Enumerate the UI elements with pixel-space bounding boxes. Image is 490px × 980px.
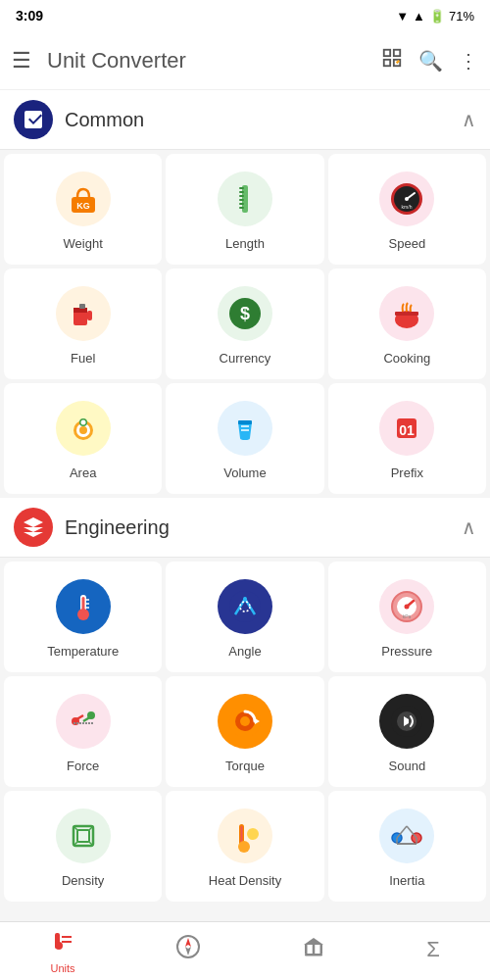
wifi-icon: ▼ — [396, 9, 409, 24]
prefix-item[interactable]: 01 Prefix — [328, 383, 486, 494]
svg-text:KG: KG — [76, 201, 90, 211]
svg-text:kPa: kPa — [403, 613, 412, 619]
svg-rect-9 — [239, 195, 244, 197]
angle-item[interactable]: Angle — [166, 562, 323, 672]
torque-item[interactable]: Torque — [166, 676, 323, 787]
inertia-item[interactable]: Inertia — [328, 791, 486, 902]
content-area: Common ∧ KG Weight — [0, 90, 490, 921]
menu-button[interactable]: ☰ — [12, 48, 31, 74]
cooking-item[interactable]: Cooking — [328, 269, 486, 379]
svg-point-29 — [80, 420, 85, 425]
svg-point-15 — [405, 197, 409, 201]
nav-compass[interactable] — [175, 934, 201, 968]
svg-marker-81 — [185, 938, 191, 947]
common-section-header[interactable]: Common ∧ — [0, 90, 490, 150]
cooking-icon — [379, 286, 434, 341]
angle-icon — [218, 579, 272, 634]
svg-rect-1 — [394, 50, 400, 56]
speed-label: Speed — [389, 236, 426, 251]
status-icons: ▼ ▲ 🔋 71% — [396, 9, 474, 24]
search-icon[interactable]: 🔍 — [418, 49, 443, 73]
svg-rect-19 — [87, 311, 92, 320]
common-grid: KG Weight Length — [0, 150, 490, 498]
torque-label: Torque — [225, 759, 265, 773]
speed-icon: km/h — [379, 172, 434, 226]
fuel-label: Fuel — [71, 351, 95, 366]
heat-density-label: Heat Density — [209, 873, 281, 888]
inertia-icon — [379, 808, 434, 863]
volume-icon — [218, 401, 272, 456]
sound-item[interactable]: Sound — [328, 676, 486, 787]
cooking-label: Cooking — [383, 351, 430, 366]
svg-point-77 — [55, 942, 63, 950]
nav-units[interactable]: Units — [50, 928, 75, 974]
torque-icon — [218, 694, 272, 749]
length-item[interactable]: Length — [166, 154, 323, 265]
status-bar: 3:09 ▼ ▲ 🔋 71% — [0, 0, 490, 31]
area-icon — [56, 401, 111, 456]
fuel-item[interactable]: Fuel — [4, 269, 162, 379]
force-icon — [56, 694, 111, 749]
battery-percent: 71% — [449, 9, 474, 24]
weight-icon: KG — [56, 172, 111, 226]
fuel-icon — [56, 286, 111, 341]
density-icon — [56, 808, 111, 863]
sigma-icon: Σ — [426, 937, 440, 962]
nav-bank[interactable] — [301, 934, 326, 968]
pressure-item[interactable]: kPa Pressure — [328, 562, 486, 672]
svg-point-27 — [79, 426, 87, 434]
svg-point-67 — [238, 841, 250, 853]
force-item[interactable]: Force — [4, 676, 162, 787]
currency-label: Currency — [220, 351, 271, 366]
force-label: Force — [67, 759, 99, 773]
heat-density-item[interactable]: Heat Density — [166, 791, 323, 902]
length-icon — [218, 172, 272, 226]
units-icon — [50, 928, 75, 959]
speed-item[interactable]: km/h Speed — [328, 154, 486, 265]
area-item[interactable]: Area — [4, 383, 162, 494]
inertia-label: Inertia — [389, 873, 424, 888]
weight-label: Weight — [64, 236, 103, 251]
svg-rect-83 — [305, 954, 322, 956]
density-item[interactable]: Density — [4, 791, 162, 902]
more-options-icon[interactable]: ⋮ — [459, 49, 478, 73]
currency-icon: $ — [218, 286, 272, 341]
svg-rect-0 — [384, 50, 390, 56]
units-label: Units — [51, 962, 75, 974]
grid-favorites-icon[interactable] — [381, 47, 403, 74]
engineering-chevron-icon[interactable]: ∧ — [462, 515, 476, 539]
svg-text:km/h: km/h — [402, 204, 413, 210]
svg-rect-20 — [79, 304, 85, 309]
nav-sigma[interactable]: Σ — [426, 937, 440, 965]
volume-label: Volume — [223, 466, 266, 480]
status-time: 3:09 — [16, 8, 43, 24]
common-section-icon — [14, 100, 53, 139]
weight-item[interactable]: KG Weight — [4, 154, 162, 265]
svg-text:$: $ — [240, 304, 250, 323]
svg-rect-85 — [313, 945, 316, 954]
svg-point-46 — [405, 605, 410, 610]
bottom-nav: Units Σ — [0, 921, 490, 980]
svg-rect-8 — [239, 191, 244, 193]
svg-point-43 — [243, 597, 247, 601]
engineering-section-header[interactable]: Engineering ∧ — [0, 498, 490, 558]
engineering-section-icon — [14, 508, 53, 547]
temperature-label: Temperature — [47, 644, 119, 659]
svg-marker-87 — [304, 938, 323, 945]
volume-item[interactable]: Volume — [166, 383, 323, 494]
svg-rect-84 — [305, 945, 308, 954]
toolbar: ☰ Unit Converter 🔍 ⋮ — [0, 31, 490, 90]
svg-point-55 — [240, 716, 250, 726]
svg-rect-11 — [239, 203, 244, 205]
app-title: Unit Converter — [47, 48, 381, 74]
svg-marker-82 — [185, 947, 191, 956]
currency-item[interactable]: $ Currency — [166, 269, 323, 379]
svg-rect-30 — [238, 420, 252, 424]
sound-label: Sound — [389, 759, 426, 773]
svg-text:01: 01 — [400, 422, 416, 438]
temperature-item[interactable]: Temperature — [4, 562, 162, 672]
svg-point-41 — [229, 591, 261, 622]
density-label: Density — [62, 873, 104, 888]
common-section-title: Common — [65, 109, 462, 131]
common-chevron-icon[interactable]: ∧ — [462, 108, 476, 131]
